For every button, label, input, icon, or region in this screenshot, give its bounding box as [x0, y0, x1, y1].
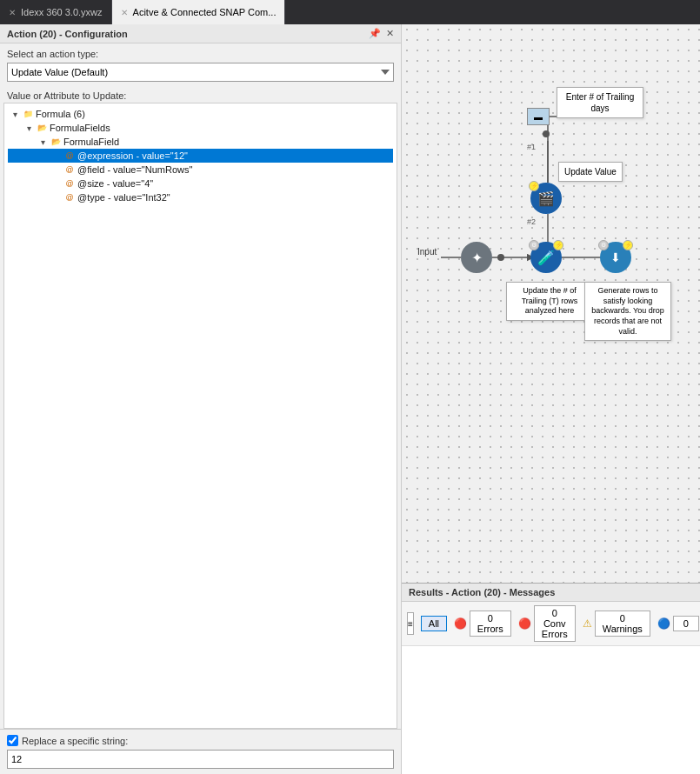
tree-node-formulafield[interactable]: ▾ 📂 FormulaField [8, 135, 393, 149]
expander-field [50, 165, 63, 175]
tree-node-expression[interactable]: @ @expression - value="12" [8, 149, 393, 163]
lightning-badge-tl: ⚡ [529, 181, 539, 191]
gear-icon-circle: ✦ [461, 242, 492, 273]
lightning-badge-tr: ⚡ [553, 240, 563, 250]
expander-formulafields[interactable]: ▾ [22, 123, 36, 133]
main-label-box: Update the # of Trailing (T) rows analyz… [506, 282, 593, 321]
film-icon: 🎬 [537, 190, 555, 207]
lightning-badge-tr2: ⚡ [623, 240, 633, 250]
error-icon: 🔴 [454, 617, 467, 630]
config-header: Action (20) - Configuration 📌 ✕ [0, 24, 401, 43]
download-icon-circle: ⬇ ⚙ ⚡ [600, 242, 631, 273]
results-toolbar: ≡ All 🔴 0 Errors 🔴 0 Conv Errors ⚠ 0 War… [402, 602, 700, 646]
replace-label: Replace a specific string: [22, 736, 128, 746]
tree-node-type[interactable]: @ @type - value="Int32" [8, 190, 393, 204]
canvas-area: Enter # of Trailing days ▬ #1 Update Val… [402, 24, 700, 583]
action-type-label: Select an action type: [7, 49, 394, 59]
conv-error-icon: 🔴 [518, 617, 531, 630]
tree-node-formulafields[interactable]: ▾ 📂 FormulaFields [8, 121, 393, 135]
pin-icon[interactable]: 📌 [369, 28, 381, 39]
tab-close-icon[interactable]: ✕ [9, 8, 16, 17]
attr-icon-expression: @ [63, 150, 76, 162]
expander-type [50, 193, 63, 203]
film-icon-circle: 🎬 ⚡ [530, 183, 562, 214]
replace-input[interactable] [7, 750, 394, 769]
expander-size [50, 179, 63, 189]
results-stat-other: 🔵 0 [657, 616, 699, 631]
results-stat-errors: 🔴 0 Errors [454, 611, 511, 637]
replace-checkbox-row: Replace a specific string: [7, 735, 394, 746]
flask-icon-circle: 🧪 ⚙ ⚡ [530, 242, 562, 273]
results-btn-other[interactable]: 0 [673, 616, 699, 631]
results-stat-warnings: ⚠ 0 Warnings [583, 611, 650, 637]
tab-bar: ✕ Idexx 360 3.0.yxwz ✕ Acitve & Connecte… [0, 0, 700, 24]
results-btn-warnings[interactable]: 0 Warnings [595, 611, 650, 637]
trailing-label-box: Enter # of Trailing days [557, 87, 643, 118]
tab-idexx[interactable]: ✕ Idexx 360 3.0.yxwz [0, 0, 112, 24]
right-label-box: Generate rows to satisfy looking backwar… [584, 282, 671, 341]
bottom-section: Replace a specific string: [0, 729, 401, 774]
tree-node-formula[interactable]: ▾ 📁 Formula (6) [8, 107, 393, 121]
wf-small-icon: ▬ [527, 108, 550, 125]
action-section: Select an action type: Update Value (Def… [0, 43, 401, 87]
folder-icon-formulafield: 📂 [50, 136, 62, 148]
tree-node-size[interactable]: @ @size - value="4" [8, 177, 393, 190]
flask-icon: 🧪 [537, 250, 555, 266]
step2-label: #2 [527, 217, 536, 226]
header-icons: 📌 ✕ [369, 28, 394, 39]
step1-label: #1 [527, 143, 536, 151]
wf-node-trailing-label: Enter # of Trailing days [557, 87, 643, 118]
main-split: Action (20) - Configuration 📌 ✕ Select a… [0, 24, 700, 774]
tree-label-formula: Formula (6) [36, 109, 85, 119]
wf-node-right[interactable]: ⬇ ⚙ ⚡ [600, 242, 631, 273]
warning-icon: ⚠ [583, 617, 592, 630]
attr-icon-size: @ [63, 177, 76, 190]
tree-label-formulafield: FormulaField [63, 137, 119, 147]
tree-panel[interactable]: ▾ 📁 Formula (6) ▾ 📂 FormulaFields ▾ 📂 Fo… [3, 103, 397, 729]
connector-dot-2 [497, 254, 504, 261]
small-bar-icon: ▬ [527, 108, 550, 125]
wf-node-gear[interactable]: ✦ [461, 242, 492, 273]
gear-badge-tl: ⚙ [529, 240, 539, 250]
tab-snap-close-icon[interactable]: ✕ [121, 8, 128, 17]
folder-icon-formula: 📁 [22, 108, 34, 120]
expander-formula[interactable]: ▾ [8, 110, 22, 119]
tree-label-type: @type - value="Int32" [77, 192, 170, 203]
update-label-box: Update Value [558, 162, 623, 182]
config-title: Action (20) - Configuration [7, 29, 128, 39]
tree-label-size: @size - value="4" [77, 178, 153, 189]
tab-idexx-label: Idexx 360 3.0.yxwz [21, 7, 103, 17]
attr-icon-type: @ [63, 191, 76, 204]
results-stat-conv: 🔴 0 Conv Errors [518, 605, 576, 642]
value-attribute-label: Value or Attribute to Update: [0, 87, 401, 103]
other-icon: 🔵 [657, 617, 670, 630]
results-list-icon[interactable]: ≡ [407, 612, 414, 635]
tab-snap-label: Acitve & Connected SNAP Com... [133, 7, 277, 17]
wf-input-label: Input [417, 247, 437, 257]
results-content [402, 646, 700, 774]
tree-label-field: @field - value="NumRows" [77, 164, 192, 175]
download-icon: ⬇ [610, 250, 621, 264]
close-config-icon[interactable]: ✕ [386, 28, 394, 39]
attr-icon-field: @ [63, 163, 76, 176]
tree-label-formulafields: FormulaFields [50, 123, 110, 133]
results-header: Results - Action (20) - Messages [402, 584, 700, 602]
results-btn-errors[interactable]: 0 Errors [470, 611, 511, 637]
tab-snap[interactable]: ✕ Acitve & Connected SNAP Com... [112, 0, 286, 24]
wf-node-right-label: Generate rows to satisfy looking backwar… [584, 282, 671, 341]
wf-node-main[interactable]: 🧪 ⚙ ⚡ [530, 242, 562, 273]
results-btn-all[interactable]: All [421, 616, 447, 631]
replace-checkbox[interactable] [7, 735, 18, 746]
gear-icon: ✦ [471, 250, 483, 266]
wf-node-main-label: Update the # of Trailing (T) rows analyz… [506, 282, 593, 321]
expander-expression [50, 151, 63, 161]
expander-formulafield[interactable]: ▾ [36, 137, 50, 147]
results-panel: Results - Action (20) - Messages ≡ All 🔴… [402, 583, 700, 774]
results-btn-conv[interactable]: 0 Conv Errors [534, 605, 576, 642]
action-type-select[interactable]: Update Value (Default) Set Value Clear V… [7, 63, 394, 82]
folder-icon-formulafields: 📂 [36, 122, 48, 134]
wf-node-film[interactable]: 🎬 ⚡ [530, 183, 562, 214]
tree-node-field[interactable]: @ @field - value="NumRows" [8, 163, 393, 177]
right-panel: Enter # of Trailing days ▬ #1 Update Val… [402, 24, 700, 774]
left-panel: Action (20) - Configuration 📌 ✕ Select a… [0, 24, 402, 774]
